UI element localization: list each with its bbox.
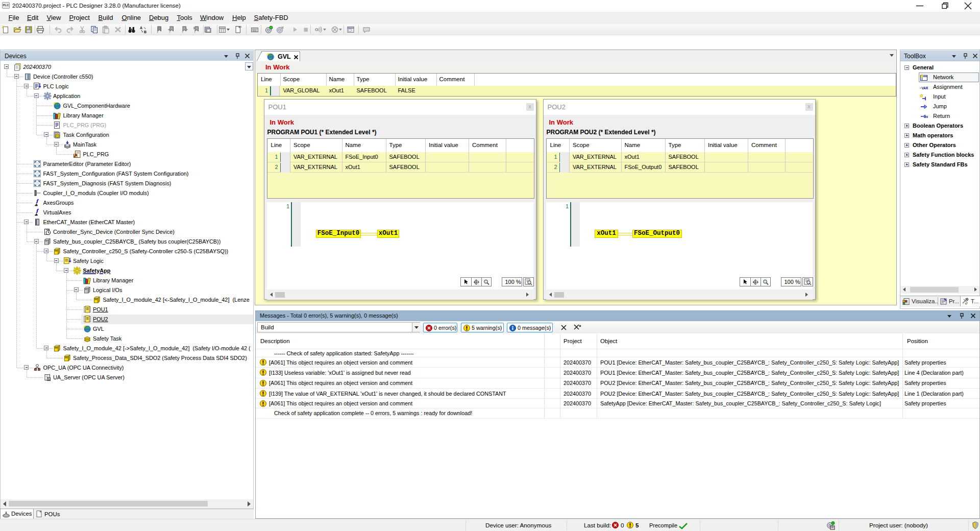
svg-text:S: S <box>47 377 50 380</box>
svg-text:RET: RET <box>925 115 928 118</box>
svg-text:B: B <box>144 30 146 34</box>
svg-text:VAR: VAR <box>921 86 928 89</box>
svg-text:A: A <box>140 26 142 30</box>
